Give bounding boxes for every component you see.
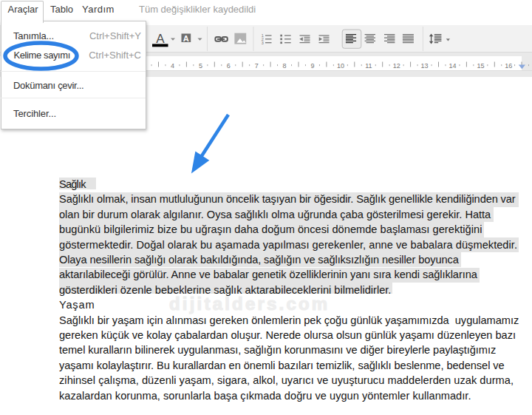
svg-text:6: 6 bbox=[227, 62, 231, 70]
svg-text:14: 14 bbox=[449, 62, 456, 70]
svg-text:9: 9 bbox=[310, 62, 314, 70]
svg-text:10: 10 bbox=[337, 62, 344, 70]
svg-text:8: 8 bbox=[283, 62, 287, 70]
svg-text:16: 16 bbox=[505, 62, 512, 70]
svg-text:7: 7 bbox=[255, 62, 259, 70]
svg-text:12: 12 bbox=[393, 62, 400, 70]
svg-text:11: 11 bbox=[365, 62, 372, 70]
svg-text:4: 4 bbox=[171, 62, 174, 70]
svg-text:5: 5 bbox=[199, 62, 202, 70]
svg-text:13: 13 bbox=[421, 62, 429, 70]
svg-text:15: 15 bbox=[477, 62, 484, 70]
